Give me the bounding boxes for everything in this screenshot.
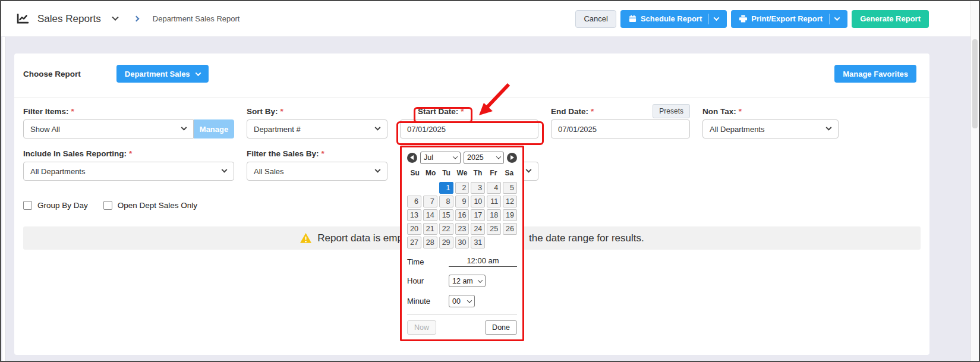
calendar-day[interactable]: 13 <box>407 209 421 221</box>
prev-month-button[interactable] <box>407 153 417 163</box>
chevron-down-icon <box>526 166 532 172</box>
calendar-day[interactable]: 31 <box>471 237 485 248</box>
calendar-day[interactable]: 30 <box>455 237 469 248</box>
calendar-day[interactable]: 6 <box>407 196 421 207</box>
chevron-down-icon <box>375 166 381 172</box>
chevron-down-icon <box>181 124 187 130</box>
schedule-report-button[interactable]: Schedule Report <box>620 10 727 28</box>
calendar-grid: 1234567891011121314151617181920212223242… <box>407 182 517 248</box>
month-select[interactable]: Jul <box>420 152 461 164</box>
button-divider <box>829 14 830 24</box>
next-month-button[interactable] <box>507 153 517 163</box>
calendar-day[interactable]: 24 <box>471 223 485 235</box>
end-date-label: End Date:* <box>551 107 594 116</box>
calendar-day[interactable]: 11 <box>487 196 501 207</box>
time-label: Time <box>407 257 449 266</box>
end-date-field: End Date:* Presets <box>551 105 690 138</box>
checkbox-icon[interactable] <box>103 201 112 210</box>
calendar-day[interactable]: 4 <box>487 182 501 194</box>
calendar-day[interactable]: 1 <box>439 182 453 194</box>
sort-by-field: Sort By:* Department # <box>247 105 387 138</box>
calendar-day[interactable]: 3 <box>471 182 485 194</box>
group-by-day-checkbox[interactable]: Group By Day <box>23 201 88 210</box>
year-select[interactable]: 2025 <box>464 152 504 164</box>
non-tax-label: Non Tax:* <box>702 107 742 116</box>
filter-items-field: Filter Items:* Show All Manage <box>23 105 234 138</box>
page-title[interactable]: Sales Reports <box>37 13 101 25</box>
manage-button[interactable]: Manage <box>194 119 234 138</box>
sort-by-label: Sort By:* <box>247 107 283 116</box>
vertical-scrollbar[interactable] <box>970 1 979 361</box>
now-button[interactable]: Now <box>407 320 436 335</box>
calendar-day[interactable]: 26 <box>503 223 517 235</box>
time-input[interactable]: 12:00 am <box>449 256 517 267</box>
report-type-dropdown[interactable]: Department Sales <box>116 65 209 83</box>
day-of-week-header: SuMoTuWeThFrSa <box>407 169 517 177</box>
chevron-down-icon <box>375 124 381 130</box>
calendar-day[interactable]: 22 <box>439 223 453 235</box>
calendar-day[interactable]: 9 <box>455 196 469 207</box>
left-edge-strip <box>2 1 6 361</box>
chevron-down-icon[interactable] <box>112 14 118 20</box>
calendar-day[interactable]: 19 <box>503 209 517 221</box>
include-in-sales-reporting-field: Include In Sales Reporting:* All Departm… <box>23 147 234 181</box>
calendar-day-empty <box>407 182 421 194</box>
calendar-day[interactable]: 2 <box>455 182 469 194</box>
calendar-day[interactable]: 20 <box>407 223 421 235</box>
breadcrumb: Department Sales Report <box>153 14 240 23</box>
minute-select[interactable]: 00 <box>449 295 475 307</box>
calendar-day[interactable]: 18 <box>487 209 501 221</box>
non-tax-select[interactable]: All Departments <box>702 119 839 138</box>
calendar-day-empty <box>487 237 501 248</box>
start-date-input[interactable] <box>400 119 538 138</box>
button-divider <box>708 14 709 24</box>
calendar-day-empty <box>423 182 437 194</box>
calendar-day[interactable]: 10 <box>471 196 485 207</box>
calendar-day[interactable]: 16 <box>455 209 469 221</box>
start-date-field: Start Date:* <box>400 105 538 138</box>
chevron-down-icon <box>453 154 458 159</box>
arrow-left-icon <box>410 155 414 160</box>
generate-report-button[interactable]: Generate Report <box>852 10 929 28</box>
scrollbar-thumb[interactable] <box>972 39 978 128</box>
calendar-day[interactable]: 28 <box>423 237 437 248</box>
done-button[interactable]: Done <box>485 320 517 335</box>
calendar-day[interactable]: 15 <box>439 209 453 221</box>
chevron-down-icon[interactable] <box>714 15 720 21</box>
chevron-down-icon[interactable] <box>834 15 840 21</box>
printer-icon <box>739 15 747 23</box>
chevron-down-icon <box>195 70 201 76</box>
open-dept-sales-only-checkbox[interactable]: Open Dept Sales Only <box>103 201 197 210</box>
calendar-day[interactable]: 25 <box>487 223 501 235</box>
manage-favorites-button[interactable]: Manage Favorites <box>834 65 916 83</box>
print-export-report-button[interactable]: Print/Export Report <box>731 10 847 28</box>
presets-button[interactable]: Presets <box>653 104 690 118</box>
hour-select[interactable]: 12 am <box>449 275 486 287</box>
filter-the-sales-by-field: Filter the Sales By:* All Sales <box>247 147 387 181</box>
calendar-day[interactable]: 7 <box>423 196 437 207</box>
line-chart-icon <box>17 14 29 24</box>
calendar-day[interactable]: 8 <box>439 196 453 207</box>
calendar-day[interactable]: 14 <box>423 209 437 221</box>
calendar-day[interactable]: 12 <box>503 196 517 207</box>
breadcrumb-separator-icon <box>133 16 139 22</box>
calendar-day[interactable]: 27 <box>407 237 421 248</box>
calendar-day[interactable]: 21 <box>423 223 437 235</box>
calendar-day[interactable]: 17 <box>471 209 485 221</box>
calendar-day[interactable]: 29 <box>439 237 453 248</box>
calendar-day[interactable]: 5 <box>503 182 517 194</box>
chevron-down-icon <box>222 166 228 172</box>
page-header: Sales Reports Department Sales Report Ca… <box>1 1 979 37</box>
warning-triangle-icon <box>300 232 312 244</box>
sort-by-select[interactable]: Department # <box>247 119 387 138</box>
filter-items-select[interactable]: Show All <box>23 119 194 138</box>
cancel-button[interactable]: Cancel <box>575 10 616 28</box>
checkbox-icon[interactable] <box>23 201 32 210</box>
start-date-label: Start Date:* <box>418 107 464 116</box>
include-in-sales-reporting-select[interactable]: All Departments <box>23 162 234 181</box>
banner-text-left: Report data is emp <box>317 232 403 244</box>
chevron-down-icon <box>467 298 472 303</box>
filter-the-sales-by-select[interactable]: All Sales <box>247 162 387 181</box>
end-date-input[interactable] <box>551 119 690 138</box>
calendar-day[interactable]: 23 <box>455 223 469 235</box>
